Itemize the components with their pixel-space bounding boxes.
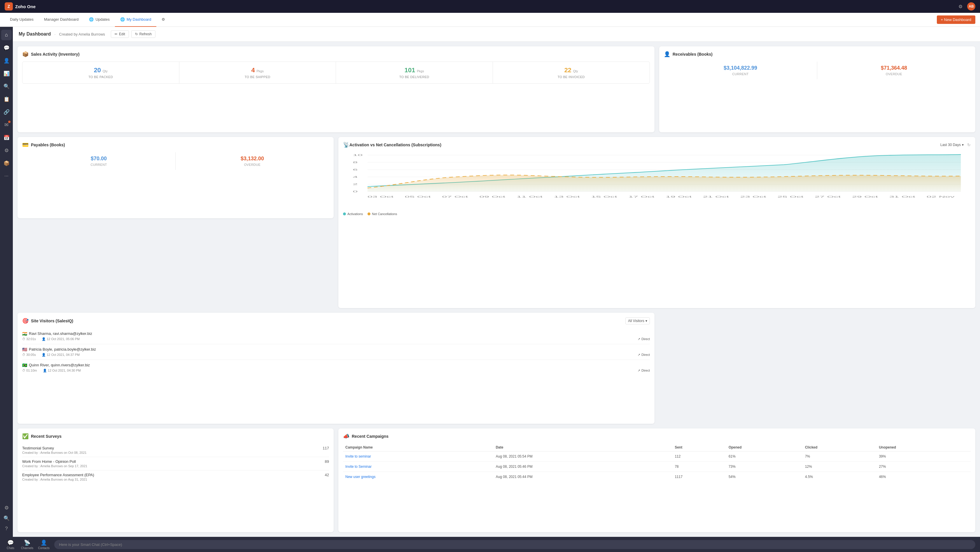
tab-updates[interactable]: 🌐 Updates <box>84 13 115 27</box>
sidebar-item-settings[interactable]: ⚙ <box>1 503 12 513</box>
flag-india: 🇮🇳 <box>22 332 27 336</box>
campaign-2-clicked: 12% <box>803 462 877 472</box>
sidebar-item-search2[interactable]: 🔍 <box>1 513 12 523</box>
survey-2-count: 89 <box>325 459 329 464</box>
svg-text:19 Oct: 19 Oct <box>666 195 692 198</box>
shipped-number: 4 <box>251 67 255 74</box>
dashboard-grid: 📦 Sales Activity (Inventory) 20 Qty TO B… <box>13 42 980 537</box>
calendar-icon: 📅 <box>3 135 10 141</box>
payables-current-amount: $70.00 <box>27 155 171 162</box>
sidebar-item-help[interactable]: ? <box>1 523 12 534</box>
survey-1-name: Testimonial Survey <box>22 446 87 450</box>
sidebar-item-calendar[interactable]: 📅 <box>1 132 12 143</box>
refresh-icon: ↻ <box>135 32 138 36</box>
contacts-icon: 👤 <box>3 58 10 64</box>
sidebar-item-packages[interactable]: 📦 <box>1 158 12 168</box>
help-icon: ? <box>5 526 8 531</box>
survey-1-count: 117 <box>323 446 329 450</box>
col-sent: Sent <box>672 444 726 452</box>
campaign-1-sent: 112 <box>672 452 726 462</box>
receivables-current-amount: $3,104,822.99 <box>668 65 812 71</box>
chatbar-channels[interactable]: 📡 Channels <box>21 539 33 550</box>
svg-text:0: 0 <box>353 190 358 193</box>
chatbar-contacts[interactable]: 👤 Contacts <box>38 539 49 550</box>
tab-daily-updates[interactable]: Daily Updates <box>5 13 39 27</box>
campaign-3-link[interactable]: New user greetings <box>345 475 375 479</box>
activation-chart-card: 📡 Activation vs Net Cancellations (Subsc… <box>338 137 975 308</box>
campaign-1-link[interactable]: Invite to seminar <box>345 454 371 458</box>
home-icon: ⌂ <box>5 32 8 38</box>
table-row: Invite to seminar Aug 08, 2021 05:54 PM … <box>343 452 970 462</box>
stat-packed: 20 Qty TO BE PACKED <box>22 62 180 83</box>
sidebar-item-integrations[interactable]: 🔗 <box>1 107 12 117</box>
survey-item-3: Employee Performance Assessment (EPA) Cr… <box>22 470 329 484</box>
payables-title: Payables (Books) <box>31 143 65 147</box>
site-visitors-title: Site Visitors (SalesIQ) <box>31 319 73 323</box>
recent-surveys-card: ✅ Recent Surveys Testimonial Survey Crea… <box>18 428 334 532</box>
svg-text:29 Oct: 29 Oct <box>852 195 878 198</box>
sidebar-item-contacts[interactable]: 👤 <box>1 56 12 66</box>
visitor-filter-dropdown[interactable]: All Visitors ▾ <box>625 317 650 324</box>
chart-legend: Activations Net Cancellations <box>343 212 970 216</box>
tab-manager-dashboard[interactable]: Manager Dashboard <box>39 13 84 27</box>
chart-refresh-icon[interactable]: ↻ <box>967 143 970 147</box>
visitor-2-meta: ⏱ 30:05s 👤 12 Oct 2021, 04:37 PM ↗ Direc… <box>22 353 650 357</box>
analytics-icon: 📊 <box>3 71 10 77</box>
visitor-2-name: 🇺🇸 Patricia Boyle, patricia.boyle@zylker… <box>22 347 650 352</box>
campaigns-header: 📣 Recent Campaigns <box>343 433 970 439</box>
sidebar-item-reports[interactable]: 📋 <box>1 94 12 104</box>
svg-text:10: 10 <box>353 154 363 157</box>
sidebar-item-mail[interactable]: ✉ <box>1 119 12 130</box>
invoiced-label: TO BE INVOICED <box>498 75 645 79</box>
sidebar: ⌂ 💬 👤 📊 🔍 📋 🔗 ✉ 📅 ⚙ 📦 ··· ⚙ 🔍 ? <box>0 27 13 537</box>
receivables-overdue: $71,364.48 OVERDUE <box>817 62 970 79</box>
tab-extra[interactable]: ⚙ <box>156 13 170 27</box>
settings-icon[interactable]: ⚙ <box>958 4 963 10</box>
receivables-overdue-amount: $71,364.48 <box>822 65 966 71</box>
svg-text:8: 8 <box>353 161 358 164</box>
sidebar-item-more[interactable]: ··· <box>1 171 12 181</box>
col-date: Date <box>493 444 673 452</box>
sidebar-item-home[interactable]: ⌂ <box>1 30 12 40</box>
payables-card: 💳 Payables (Books) $70.00 CURRENT $3,132… <box>18 137 334 219</box>
smart-chat-input[interactable] <box>54 540 975 549</box>
svg-text:13 Oct: 13 Oct <box>554 195 580 198</box>
stat-invoiced: 22 Qty TO BE INVOICED <box>493 62 650 83</box>
new-dashboard-button[interactable]: + New Dashboard <box>937 16 975 24</box>
sidebar-item-chat[interactable]: 💬 <box>1 43 12 53</box>
receivables-overdue-label: OVERDUE <box>822 72 966 76</box>
svg-text:4: 4 <box>353 176 358 178</box>
campaign-3-sent: 1117 <box>672 472 726 482</box>
main-content: My Dashboard - Created by Amelia Burrows… <box>13 27 980 537</box>
legend-activations: Activations <box>343 212 363 216</box>
tab-my-dashboard[interactable]: 🌐 My Dashboard <box>115 13 157 27</box>
svg-text:31 Oct: 31 Oct <box>889 195 916 198</box>
chart-filter-dropdown[interactable]: Last 30 Days ▾ <box>940 143 964 147</box>
sidebar-item-search[interactable]: 🔍 <box>1 81 12 92</box>
chatbar-chats[interactable]: 💬 Chats <box>5 539 16 550</box>
payables-current-label: CURRENT <box>27 163 171 167</box>
reports-icon: 📋 <box>3 96 10 102</box>
layout: ⌂ 💬 👤 📊 🔍 📋 🔗 ✉ 📅 ⚙ 📦 ··· ⚙ 🔍 ? My Dashb… <box>0 27 980 537</box>
receivables-stats: $3,104,822.99 CURRENT $71,364.48 OVERDUE <box>664 62 970 79</box>
gear-icon: ⚙ <box>5 505 9 511</box>
refresh-button[interactable]: ↻ Refresh <box>131 30 156 38</box>
sidebar-item-apps[interactable]: ⚙ <box>1 145 12 155</box>
table-row: Invite to Seminar Aug 08, 2021 05:46 PM … <box>343 462 970 472</box>
mail-icon: ✉ <box>5 122 8 128</box>
cancellations-area <box>368 175 961 192</box>
survey-item-1: Testimonial Survey Created by : Amelia B… <box>22 444 329 457</box>
campaigns-title: Recent Campaigns <box>352 434 388 439</box>
stat-delivered: 101 Pkgs TO BE DELIVERED <box>336 62 493 83</box>
campaign-2-date: Aug 08, 2021 05:46 PM <box>493 462 673 472</box>
avatar[interactable]: AB <box>967 2 975 11</box>
shipped-unit: Pkgs <box>256 69 263 73</box>
delivered-number: 101 <box>404 67 415 74</box>
visitor-1-meta: ⏱ 32:01s 👤 12 Oct 2021, 05:06 PM ↗ Direc… <box>22 337 650 341</box>
edit-button[interactable]: ✏ Edit <box>111 30 129 38</box>
chart-area: 10 8 6 4 2 0 <box>343 152 970 210</box>
visitor-3-name: 🇧🇷 Quinn River, quinn.rivers@zylker.biz <box>22 363 650 368</box>
campaign-2-link[interactable]: Invite to Seminar <box>345 465 372 469</box>
sidebar-item-analytics[interactable]: 📊 <box>1 68 12 79</box>
legend-dot-activations <box>343 213 346 216</box>
